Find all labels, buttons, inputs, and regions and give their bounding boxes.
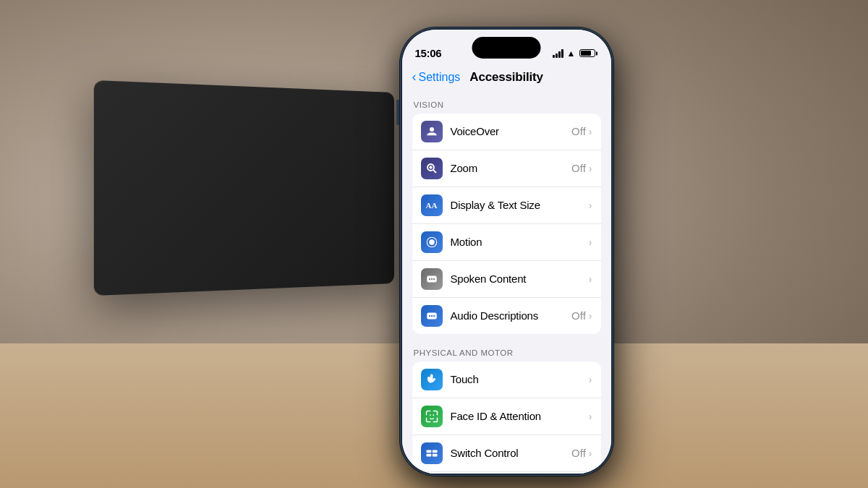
svg-rect-17: [426, 453, 431, 456]
svg-point-9: [430, 278, 432, 279]
motion-row[interactable]: Motion ›: [412, 224, 601, 261]
faceid-icon: [421, 406, 443, 427]
section-header-vision: VISION: [402, 90, 611, 114]
voice-row[interactable]: Voice Control Off ›: [412, 472, 601, 474]
settings-list[interactable]: VISION VoiceOver Off ›: [402, 90, 611, 474]
status-icons: ▲: [553, 48, 595, 59]
svg-point-10: [433, 278, 434, 279]
spoken-icon: [421, 268, 443, 290]
faceid-chevron: ›: [589, 411, 592, 422]
svg-point-0: [430, 127, 434, 132]
back-label[interactable]: Settings: [419, 71, 461, 84]
motion-icon: [421, 231, 443, 253]
phone-container: 15:06 ▲ ‹ Se: [400, 27, 613, 476]
spoken-row[interactable]: Spoken Content ›: [412, 261, 601, 298]
motion-chevron: ›: [589, 236, 592, 248]
zoom-label: Zoom: [451, 162, 572, 174]
spoken-label: Spoken Content: [451, 273, 589, 285]
svg-rect-15: [426, 450, 431, 453]
phone-screen: 15:06 ▲ ‹ Se: [402, 30, 611, 474]
svg-point-13: [430, 314, 432, 316]
voiceover-row[interactable]: VoiceOver Off ›: [412, 114, 601, 150]
zoom-value: Off: [571, 162, 586, 174]
back-arrow-icon: ‹: [412, 69, 417, 85]
switch-icon: [421, 442, 443, 464]
faceid-row[interactable]: Face ID & Attention ›: [412, 398, 601, 435]
bg-laptop: [94, 80, 394, 296]
navigation-bar: ‹ Settings Accessibility: [402, 67, 611, 90]
back-button[interactable]: ‹ Settings: [412, 70, 461, 85]
physical-group: Touch ›: [412, 361, 601, 474]
svg-point-8: [428, 278, 430, 279]
iphone-device: 15:06 ▲ ‹ Se: [400, 27, 613, 476]
svg-point-5: [430, 240, 434, 244]
zoom-chevron: ›: [589, 163, 592, 174]
wifi-icon: ▲: [567, 48, 576, 59]
touch-icon: [421, 369, 443, 390]
audio-chevron: ›: [589, 310, 592, 322]
signal-icon: [553, 49, 563, 58]
dynamic-island: [472, 37, 541, 59]
vision-group: VoiceOver Off › Z: [412, 114, 601, 334]
audio-row[interactable]: Audio Descriptions Off ›: [412, 298, 601, 334]
voiceover-chevron: ›: [589, 126, 592, 137]
display-label: Display & Text Size: [451, 199, 589, 211]
display-chevron: ›: [589, 200, 592, 211]
touch-label: Touch: [451, 373, 589, 385]
voiceover-value: Off: [571, 125, 586, 137]
faceid-label: Face ID & Attention: [451, 410, 589, 422]
svg-line-2: [433, 169, 435, 172]
zoom-row[interactable]: Zoom Off ›: [412, 150, 601, 187]
voiceover-label: VoiceOver: [451, 125, 572, 137]
display-row[interactable]: AA Display & Text Size ›: [412, 187, 601, 224]
voiceover-icon: [421, 121, 443, 142]
switch-chevron: ›: [589, 448, 592, 459]
battery-icon: [579, 49, 595, 57]
page-title: Accessibility: [469, 70, 542, 85]
svg-point-12: [428, 314, 430, 316]
switch-label: Switch Control: [451, 447, 572, 459]
zoom-icon: [421, 158, 443, 179]
touch-row[interactable]: Touch ›: [412, 361, 601, 398]
audio-icon: [421, 305, 443, 327]
switch-value: Off: [571, 447, 586, 459]
status-time: 15:06: [415, 47, 442, 59]
section-header-physical: PHYSICAL AND MOTOR: [402, 338, 611, 361]
svg-point-14: [433, 314, 434, 316]
spoken-chevron: ›: [589, 273, 592, 285]
status-bar: 15:06 ▲: [402, 30, 611, 67]
display-icon: AA: [421, 194, 443, 216]
touch-chevron: ›: [589, 374, 592, 385]
motion-label: Motion: [451, 236, 589, 248]
switch-row[interactable]: Switch Control Off ›: [412, 435, 601, 472]
audio-label: Audio Descriptions: [451, 309, 572, 322]
svg-rect-16: [432, 450, 437, 453]
audio-value: Off: [571, 309, 586, 322]
svg-rect-18: [432, 453, 437, 456]
